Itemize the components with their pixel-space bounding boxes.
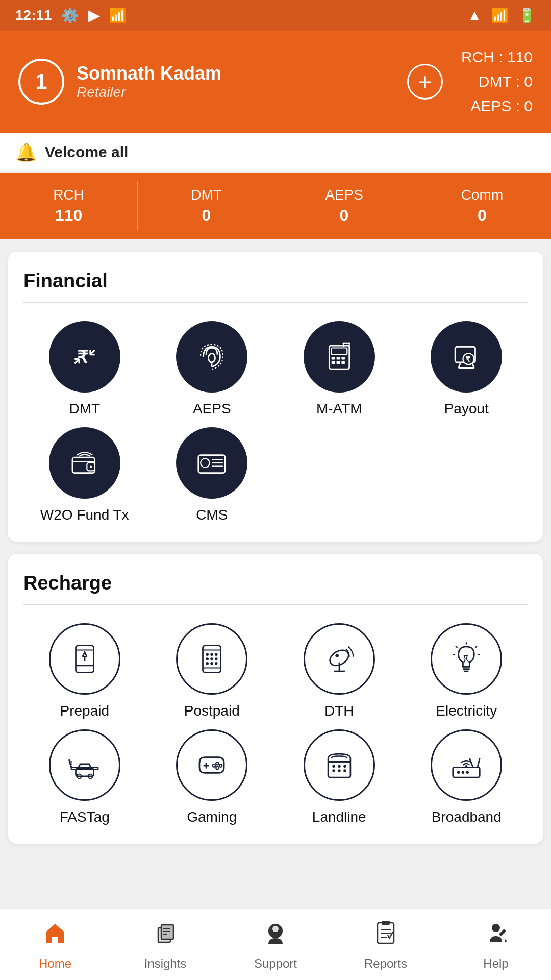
w2o-icon [49, 427, 120, 499]
payout-label: Payout [444, 401, 489, 417]
stat-aeps: AEPS 0 [276, 181, 413, 231]
gaming-button[interactable]: Gaming [151, 729, 273, 825]
recharge-grid: Prepaid [23, 623, 528, 825]
svg-rect-21 [198, 455, 226, 473]
recharge-section: Recharge Prepaid [8, 554, 543, 844]
svg-point-20 [90, 465, 92, 468]
settings-icon: ⚙️ [61, 7, 79, 24]
svg-point-74 [343, 769, 346, 772]
recharge-title: Recharge [23, 572, 528, 594]
svg-point-78 [466, 771, 469, 773]
svg-point-40 [206, 662, 209, 665]
prepaid-label: Prepaid [60, 703, 109, 719]
svg-rect-9 [331, 361, 335, 364]
dth-icon [304, 623, 375, 695]
svg-point-34 [206, 653, 209, 656]
svg-point-38 [211, 657, 213, 660]
bottom-nav: Home Insights [0, 908, 551, 980]
stat-dmt: DMT 0 [138, 181, 276, 231]
svg-point-2 [209, 353, 215, 362]
broadband-label: Broadband [432, 809, 502, 825]
svg-point-37 [206, 657, 209, 660]
insights-icon [152, 920, 179, 952]
svg-line-51 [456, 646, 457, 648]
dmt-balance: DMT : 0 [461, 69, 533, 94]
matm-button[interactable]: M-ATM [278, 321, 400, 417]
svg-point-22 [201, 458, 210, 468]
nav-insights[interactable]: Insights [110, 909, 220, 980]
svg-text:₹: ₹ [77, 347, 88, 367]
broadband-icon [431, 729, 502, 801]
svg-point-89 [272, 926, 279, 932]
avatar: 1 [18, 59, 64, 105]
financial-grid: ₹ DMT AEPS [23, 321, 528, 523]
svg-point-67 [213, 764, 215, 767]
dmt-button[interactable]: ₹ DMT [23, 321, 146, 417]
prepaid-icon [49, 623, 120, 695]
cms-icon [176, 427, 247, 499]
postpaid-button[interactable]: Postpaid [151, 623, 273, 719]
payout-icon: ₹ [431, 321, 502, 393]
help-icon [483, 920, 509, 952]
dth-button[interactable]: DTH [278, 623, 400, 719]
support-icon [262, 920, 289, 952]
svg-point-42 [215, 662, 217, 665]
svg-point-46 [335, 654, 339, 657]
home-icon [42, 920, 68, 952]
cms-button[interactable]: CMS [151, 427, 273, 523]
status-time: 12:11 [15, 7, 52, 23]
broadband-button[interactable]: Broadband [406, 729, 528, 825]
reports-icon [372, 920, 399, 952]
signal-icon: 📶 [491, 7, 509, 24]
financial-title: Financial [23, 270, 528, 292]
bell-icon: 🔔 [15, 142, 37, 162]
svg-point-39 [215, 657, 217, 660]
svg-point-76 [457, 771, 460, 773]
svg-line-50 [475, 646, 477, 648]
w2o-button[interactable]: W2O Fund Tx [23, 427, 146, 523]
welcome-banner: 🔔 Velcome all [0, 133, 551, 173]
fastag-label: FASTag [60, 809, 110, 825]
nav-reports[interactable]: Reports [331, 909, 441, 980]
fastag-button[interactable]: FASTag [23, 729, 146, 825]
payout-button[interactable]: ₹ Payout [406, 321, 528, 417]
svg-rect-90 [269, 929, 271, 933]
stats-bar: RCH 110 DMT 0 AEPS 0 Comm 0 [0, 173, 551, 239]
landline-button[interactable]: Landline [278, 729, 400, 825]
nav-help-label: Help [483, 957, 508, 971]
aeps-button[interactable]: AEPS [151, 321, 273, 417]
fastag-icon [49, 729, 120, 801]
svg-rect-91 [280, 929, 282, 933]
svg-point-71 [343, 765, 346, 767]
svg-rect-10 [336, 361, 340, 364]
add-button[interactable]: + [407, 64, 443, 100]
app-header: 1 Somnath Kadam Retailer + RCH : 110 DMT… [0, 31, 551, 133]
nav-support-label: Support [254, 957, 297, 971]
svg-point-66 [216, 767, 218, 769]
landline-icon [304, 729, 375, 801]
electricity-button[interactable]: Electricity [406, 623, 528, 719]
nav-home[interactable]: Home [0, 909, 110, 980]
nav-support[interactable]: Support [220, 909, 331, 980]
nav-help[interactable]: Help [441, 909, 551, 980]
w2o-label: W2O Fund Tx [40, 507, 129, 523]
svg-rect-93 [382, 921, 390, 925]
user-name: Somnath Kadam [77, 63, 221, 84]
gaming-label: Gaming [187, 809, 237, 825]
aeps-label: AEPS [193, 401, 231, 417]
gaming-icon [176, 729, 247, 801]
svg-point-41 [211, 662, 213, 665]
aeps-balance: AEPS : 0 [461, 94, 533, 118]
dth-label: DTH [324, 703, 354, 719]
svg-point-65 [219, 764, 222, 767]
svg-point-77 [462, 771, 464, 773]
user-role: Retailer [77, 84, 221, 101]
svg-line-80 [478, 758, 480, 768]
svg-rect-11 [341, 361, 345, 364]
svg-rect-5 [331, 348, 347, 355]
matm-icon [304, 321, 375, 393]
prepaid-button[interactable]: Prepaid [23, 623, 146, 719]
play-icon: ▶ [88, 7, 99, 24]
battery-icon: 🔋 [518, 7, 536, 24]
cms-label: CMS [196, 507, 228, 523]
